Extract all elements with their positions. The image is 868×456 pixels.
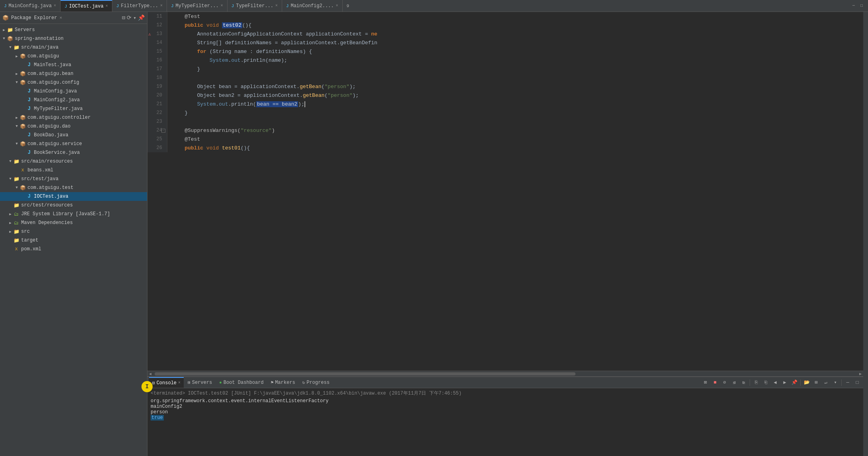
tree-item-src-main-java[interactable]: ▼ 📁 src/main/java [0, 43, 147, 52]
console-filter-btn[interactable]: ⊞ [812, 378, 821, 387]
package-icon: 📦 [19, 115, 26, 121]
tab-close-TypeFilter[interactable]: × [275, 4, 278, 8]
tab-MainConfig[interactable]: J MainConfig.java × [0, 0, 61, 12]
tab-TypeFilter[interactable]: J TypeFilter... × [228, 0, 282, 12]
code-line-18: 18 [147, 73, 863, 82]
editor-area: 11 @Test 12 public void test02(){ ⚠ 13 [147, 12, 863, 456]
tree-item-src-test-java[interactable]: ▼ 📁 src/test/java [0, 175, 147, 183]
scroll-right-arrow[interactable]: ▶ [858, 371, 863, 376]
tab-close-MainConfig2[interactable]: × [336, 4, 338, 8]
pkg-pin-icon[interactable]: 📌 [138, 14, 145, 21]
line-content-23 [167, 117, 863, 126]
scroll-left-arrow[interactable]: ◀ [147, 371, 153, 376]
editor-minimize-btn[interactable]: ─ [850, 3, 857, 9]
tree-item-BookService.java[interactable]: J BookService.java [0, 148, 147, 157]
tree-item-com-atguigu-dao[interactable]: ▼ 📦 com.atguigu.dao [0, 122, 147, 131]
scroll-track[interactable] [155, 372, 856, 375]
tree-item-com-atguigu-service[interactable]: ▼ 📦 com.atguigu.service [0, 140, 147, 148]
code-line-19: 19 Object bean = applicationContext.getB… [147, 82, 863, 91]
pkg-menu-icon[interactable]: ▾ [133, 15, 136, 21]
line-content-25: @Test [167, 135, 863, 143]
fold-icon-24[interactable]: - [161, 128, 166, 133]
tab-FilterType[interactable]: J FilterType... × [112, 0, 167, 12]
tree-item-src-main-resources[interactable]: ▼ 📁 src/main/resources [0, 157, 147, 166]
tree-item-MainTest.java[interactable]: J MainTest.java [0, 61, 147, 69]
console-pin-btn[interactable]: 📌 [790, 378, 799, 387]
console-toolbar-sep1 [750, 379, 750, 386]
console-tab-console[interactable]: ⊡ Console × [149, 377, 184, 388]
tree-item-IOCTest.java[interactable]: J IOCTest.java [0, 192, 147, 201]
tree-item-target[interactable]: 📁 target [0, 236, 147, 245]
line-content-17: } [167, 65, 863, 73]
tree-item-com-atguigu-config[interactable]: ▼ 📦 com.atguigu.config [0, 78, 147, 87]
tab-MyTypeFilter[interactable]: J MyTypeFilter... × [167, 0, 228, 12]
tree-item-spring-annotation[interactable]: ▼ 📦 spring-annotation [0, 34, 147, 43]
tree-item-BookDao.java[interactable]: J BookDao.java [0, 131, 147, 140]
vertical-scrollbar[interactable] [863, 12, 868, 456]
console-disconnect-btn[interactable]: ⊘ [720, 378, 729, 387]
sync-icon[interactable]: ⟳ [127, 14, 132, 21]
tree-item-com-atguigu-test[interactable]: ▼ 📦 com.atguigu.test [0, 183, 147, 192]
code-editor[interactable]: 11 @Test 12 public void test02(){ ⚠ 13 [147, 12, 863, 371]
console-open-file-btn[interactable]: 📂 [802, 378, 811, 387]
console-maximize-btn[interactable]: □ [853, 378, 862, 387]
tab-IOCTest[interactable]: J IOCTest.java × [61, 0, 112, 12]
tree-item-src-test-resources[interactable]: 📁 src/test/resources [0, 201, 147, 210]
tab-close-IOCTest[interactable]: × [106, 4, 108, 8]
console-tab-servers[interactable]: ⊞ Servers [185, 377, 215, 388]
tab-close-MyTypeFilter[interactable]: × [221, 4, 223, 8]
tree-item-servers[interactable]: ▶ 📁 Servers [0, 26, 147, 34]
console-close-icon[interactable]: × [178, 381, 181, 385]
console-scroll-end-btn[interactable]: ⊵ [739, 378, 748, 387]
console-prev-btn[interactable]: ◀ [771, 378, 780, 387]
tree-item-MyTypeFilter.java[interactable]: J MyTypeFilter.java [0, 104, 147, 113]
tree-arrow: ▼ [14, 124, 19, 128]
tree-item-beans.xml[interactable]: X beans.xml [0, 166, 147, 175]
tree-item-Maven-Dependencies[interactable]: ▶ 🗂 Maven Dependencies [0, 218, 147, 227]
console-tab-bootdashboard[interactable]: ● Boot Dashboard [216, 377, 267, 388]
tab-MainConfig2[interactable]: J MainConfig2.... × [282, 0, 343, 12]
tree-item-com-atguigu[interactable]: ▶ 📦 com.atguigu [0, 52, 147, 61]
cursor-tooltip: I [141, 381, 153, 392]
tree-item-pom.xml[interactable]: X pom.xml [0, 245, 147, 254]
tree-item-com-atguigu-bean[interactable]: ▶ 📦 com.atguigu.bean [0, 69, 147, 78]
tree-item-src[interactable]: ▶ 📁 src [0, 227, 147, 236]
tab-close-MainConfig[interactable]: × [54, 4, 56, 8]
tree-label: src/test/resources [21, 202, 147, 208]
console-stop-btn[interactable]: ■ [711, 378, 719, 387]
tree-item-MainConfig2.java[interactable]: J MainConfig2.java [0, 96, 147, 104]
console-scroll-lock-btn[interactable]: ⊴ [730, 378, 738, 387]
console-tab-progress[interactable]: ↻ Progress [299, 377, 333, 388]
tree-label: src [21, 229, 147, 234]
tree-item-MainConfig.java[interactable]: J MainConfig.java [0, 87, 147, 96]
console-clear-btn[interactable]: ⊠ [701, 378, 710, 387]
pkg-explorer-close[interactable]: × [59, 16, 62, 20]
console-next-btn[interactable]: ▶ [780, 378, 789, 387]
console-tab-markers[interactable]: ⚑ Markers [268, 377, 298, 388]
editor-maximize-btn[interactable]: □ [858, 3, 865, 9]
tree-item-com-atguigu-controller[interactable]: ▶ 📦 com.atguigu.controller [0, 113, 147, 122]
tab-close-FilterType[interactable]: × [160, 4, 163, 8]
code-line-21: 21 System.out.println(bean == bean2); [147, 100, 863, 108]
console-paste-btn[interactable]: ⎗ [761, 378, 770, 387]
console-select-type-btn[interactable]: ▾ [831, 378, 840, 387]
console-panel: ⊡ Console × ⊞ Servers ● Boot Dashboard ⚑ [147, 376, 863, 456]
collapse-all-icon[interactable]: ⊟ [122, 14, 125, 21]
tab-overflow-count[interactable]: 9 [344, 4, 352, 8]
java-icon-mainconfig2: J [286, 4, 289, 8]
tree-arrow: ▶ [14, 116, 19, 120]
console-tab-bar: ⊡ Console × ⊞ Servers ● Boot Dashboard ⚑ [147, 377, 863, 388]
tree-item-JRE-System-Library[interactable]: ▶ 🗂 JRE System Library [JavaSE-1.7] [0, 210, 147, 218]
console-word-wrap-btn[interactable]: ↵ [821, 378, 830, 387]
console-copy-btn[interactable]: ⎘ [752, 378, 760, 387]
line-num-12: 12 [147, 21, 167, 29]
horizontal-scrollbar[interactable]: ◀ ▶ [147, 371, 863, 376]
tab-label-MyTypeFilter: MyTypeFilter... [176, 3, 219, 9]
code-line-20: 20 Object bean2 = applicationContext.get… [147, 91, 863, 100]
line-content-11: @Test [167, 12, 863, 21]
tree-label: Maven Dependencies [21, 220, 147, 226]
console-minimize-btn[interactable]: ─ [843, 378, 852, 387]
java-file-icon: J [26, 106, 33, 112]
tree-arrow: ▶ [8, 221, 13, 225]
scroll-thumb[interactable] [155, 372, 575, 375]
